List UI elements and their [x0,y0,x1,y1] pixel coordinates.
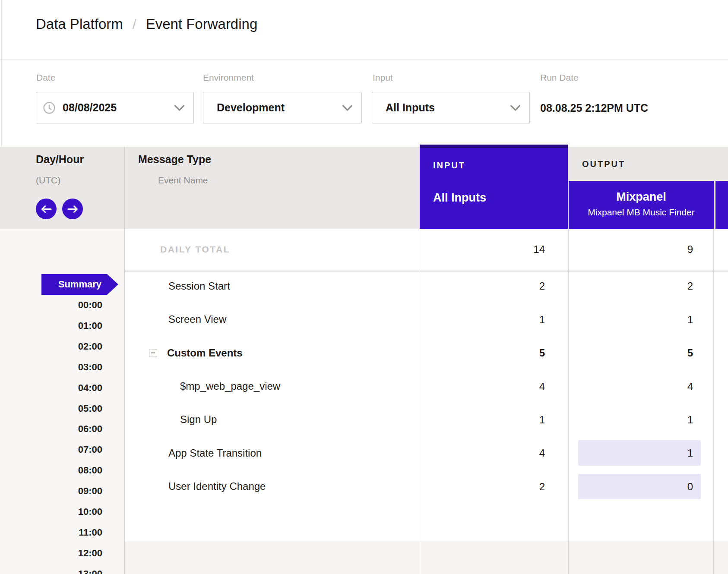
row-label: App State Transition [168,447,262,459]
clock-icon [42,101,56,115]
hour-item[interactable]: 04:00 [0,382,102,394]
hour-item[interactable]: 09:00 [0,485,102,498]
run-date-label: Run Date [540,73,579,83]
output-column-header-truncated[interactable] [715,181,728,229]
input-filter-value: All Inputs [386,101,435,114]
divider [0,60,728,60]
row-label: $mp_web_page_view [180,380,280,392]
table-row: Sign Up 1 1 [124,403,728,436]
row-label: Screen View [168,313,226,325]
summary-badge[interactable]: Summary [41,274,107,295]
input-column-top-strip [420,145,568,148]
breadcrumb-separator: / [133,16,136,32]
environment-filter-dropdown[interactable]: Development [203,92,362,123]
row-output-value: 0 [578,474,701,499]
day-hour-title: Day/Hour [36,153,84,166]
row-output-value: 2 [578,273,701,299]
environment-filter-label: Environment [203,73,254,83]
row-input-value: 4 [420,436,545,470]
hour-item[interactable]: 01:00 [0,319,102,332]
previous-day-button[interactable] [36,199,57,219]
row-output-value: 1 [578,307,701,332]
input-filter-label: Input [373,73,393,83]
arrow-right-icon [67,205,79,213]
chevron-down-icon [342,104,353,111]
hour-item[interactable]: 13:00 [0,568,102,574]
daily-total-input-value: 14 [420,243,545,256]
row-input-value: 1 [420,303,545,336]
date-filter-label: Date [36,73,55,83]
message-type-title: Message Type [138,153,211,166]
date-filter-dropdown[interactable]: 08/08/2025 [36,92,194,123]
row-input-value: 2 [420,269,545,303]
chevron-down-icon [174,104,185,111]
hour-item[interactable]: 11:00 [0,526,102,539]
breadcrumb: Data Platform / Event Forwarding [36,16,257,32]
row-input-value: 1 [420,403,545,436]
run-date-value: 08.08.25 2:12PM UTC [540,102,648,114]
hour-item[interactable]: 10:00 [0,505,102,518]
day-hour-subtitle: (UTC) [36,175,60,186]
row-label: Session Start [168,280,230,292]
table-footer-band [124,541,728,574]
daily-total-label: DAILY TOTAL [160,244,230,255]
hour-item[interactable]: 07:00 [0,443,102,456]
row-output-value: 1 [578,440,701,466]
event-name-subtitle: Event Name [158,175,208,186]
hour-item[interactable]: 03:00 [0,361,102,374]
table-row: Custom Events 5 5 [124,336,728,369]
hour-item[interactable]: 02:00 [0,340,102,353]
input-selected-name: All Inputs [433,191,486,205]
summary-badge-arrow [107,274,118,295]
chevron-down-icon [510,104,521,111]
input-column-header[interactable]: INPUT All Inputs [420,148,568,229]
hour-item[interactable]: 06:00 [0,423,102,435]
output-connection-name: Mixpanel [569,190,714,203]
hour-item[interactable]: 05:00 [0,402,102,415]
row-output-value: 4 [578,374,701,399]
hour-item[interactable]: 08:00 [0,464,102,477]
row-output-value: 5 [578,340,701,366]
row-input-value: 4 [420,370,545,403]
input-filter-dropdown[interactable]: All Inputs [372,92,530,123]
collapse-minus-icon[interactable] [149,349,157,357]
environment-filter-value: Development [217,101,285,114]
table-row: User Identity Change 2 0 [124,470,728,503]
row-input-value: 2 [420,470,545,503]
table-row: Screen View 1 1 [124,303,728,336]
page-title: Event Forwarding [146,16,258,32]
hour-item[interactable]: 12:00 [0,547,102,560]
date-filter-value: 08/08/2025 [63,101,117,114]
row-label: Sign Up [180,413,217,426]
row-output-value: 1 [578,407,701,432]
daily-total-output-value: 9 [568,243,693,256]
output-column-header-mixpanel[interactable]: Mixpanel Mixpanel MB Music Finder [569,181,714,229]
row-label: User Identity Change [168,480,266,492]
row-input-value: 5 [420,336,545,369]
breadcrumb-section[interactable]: Data Platform [36,16,123,32]
input-section-label: INPUT [433,161,465,170]
next-day-button[interactable] [62,199,83,219]
summary-label: Summary [58,279,101,290]
row-label: Custom Events [167,347,243,359]
hour-item[interactable]: 00:00 [0,299,102,312]
output-connection-subtitle: Mixpanel MB Music Finder [569,207,714,218]
output-section-label: OUTPUT [582,159,625,169]
table-row: App State Transition 4 1 [124,436,728,470]
arrow-left-icon [41,205,52,213]
table-row: Session Start 2 2 [124,269,728,303]
table-row: $mp_web_page_view 4 4 [124,370,728,403]
